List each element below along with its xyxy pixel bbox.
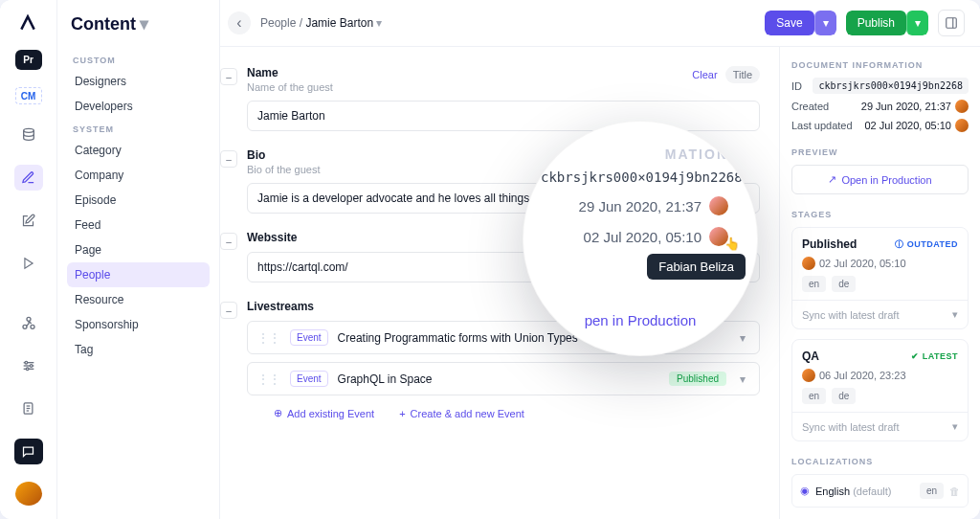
sidebar-item-company[interactable]: Company	[67, 163, 210, 188]
section-heading: LOCALIZATIONS	[791, 457, 969, 466]
updated-value: 02 Jul 2020, 05:10	[864, 119, 969, 132]
stage-date: 02 Jul 2020, 05:10	[819, 258, 906, 269]
field-label: Name	[247, 66, 333, 79]
type-badge: Title	[725, 66, 760, 83]
sidebar-item-developers[interactable]: Developers	[67, 94, 210, 119]
edit-icon[interactable]	[14, 165, 43, 191]
locale-default: (default)	[853, 485, 891, 497]
cursor-pointer-icon: 👆	[724, 237, 740, 251]
tooltip: Fabian Beliza	[647, 254, 746, 280]
section-heading: DOCUMENT INFORMATION	[791, 60, 969, 70]
save-button[interactable]: Save	[765, 11, 813, 35]
rail-item-pr[interactable]: Pr	[15, 50, 42, 70]
sidebar-item-sponsorship[interactable]: Sponsorship	[67, 312, 210, 337]
publish-button-group: Publish ▾	[846, 11, 928, 35]
name-input[interactable]	[247, 101, 760, 131]
layout-toggle-icon[interactable]	[938, 10, 965, 36]
collapse-toggle[interactable]: –	[220, 233, 237, 250]
svg-rect-15	[947, 18, 957, 29]
sidebar-item-category[interactable]: Category	[67, 138, 210, 163]
created-label: Created	[791, 101, 829, 112]
publish-button[interactable]: Publish	[846, 11, 906, 35]
external-link-icon: ↗	[828, 173, 836, 186]
drag-handle-icon[interactable]: ⋮⋮	[257, 331, 280, 345]
sidebar-item-page[interactable]: Page	[67, 237, 210, 262]
app-window: Pr CM Content▾ CUSTOM Designers Develope…	[0, 0, 980, 519]
mag-heading: MATION	[541, 147, 740, 162]
meta-sidebar: DOCUMENT INFORMATION IDckbrsjkrs000×0194…	[779, 47, 980, 519]
sidebar-item-feed[interactable]: Feed	[67, 213, 210, 237]
sidebar: Content▾ CUSTOM Designers Developers SYS…	[57, 0, 220, 519]
database-icon[interactable]	[14, 122, 43, 147]
user-avatar-icon	[802, 257, 815, 270]
status-badge: ⓘOUTDATED	[895, 238, 958, 251]
eye-icon[interactable]: ◉	[800, 485, 810, 497]
sync-button[interactable]: Sync with latest draft▾	[792, 412, 968, 440]
field-sub: Name of the guest	[247, 81, 333, 93]
sidebar-item-people[interactable]: People	[67, 262, 210, 287]
mag-id: ckbrsjkrs000×0194j9bn2268	[541, 169, 740, 185]
back-button[interactable]: ‹	[228, 11, 251, 34]
field-name: – Name Name of the guest Clear Title	[220, 66, 760, 131]
sync-button[interactable]: Sync with latest draft▾	[792, 300, 968, 328]
publish-dropdown[interactable]: ▾	[906, 11, 928, 35]
drag-handle-icon[interactable]: ⋮⋮	[257, 372, 280, 386]
status-badge: Published	[669, 372, 726, 386]
breadcrumb-root[interactable]: People	[260, 16, 296, 30]
chat-icon[interactable]	[14, 439, 43, 464]
updated-label: Last updated	[791, 120, 853, 131]
topbar: ‹ People / Jamie Barton ▾ Save ▾ Publish…	[220, 0, 980, 47]
relation-tag: Event	[290, 329, 328, 346]
stage-card: Published ⓘOUTDATED 02 Jul 2020, 05:10 e…	[791, 227, 969, 329]
svg-point-0	[23, 128, 33, 132]
svg-point-4	[27, 317, 31, 321]
breadcrumb: People / Jamie Barton ▾	[260, 16, 382, 30]
item-menu-icon[interactable]: ▾	[736, 331, 749, 345]
magnifier-overlay: MATION ckbrsjkrs000×0194j9bn2268 29 Jun …	[523, 121, 758, 356]
rail-item-cm[interactable]: CM	[15, 87, 42, 104]
created-value: 29 Jun 2020, 21:37	[861, 100, 969, 113]
add-existing-button[interactable]: ⊕Add existing Event	[274, 407, 374, 419]
svg-point-8	[25, 362, 28, 365]
locale-chip: en	[920, 483, 944, 499]
plus-icon: +	[399, 408, 405, 419]
chevron-down-icon[interactable]: ▾	[376, 16, 382, 30]
collapse-toggle[interactable]: –	[220, 302, 237, 319]
breadcrumb-current: Jamie Barton	[305, 16, 373, 30]
item-menu-icon[interactable]: ▾	[736, 372, 749, 386]
sidebar-item-episode[interactable]: Episode	[67, 188, 210, 213]
plus-icon: ⊕	[274, 407, 282, 419]
play-icon[interactable]	[14, 251, 43, 277]
clear-button[interactable]: Clear	[692, 69, 717, 80]
user-avatar-icon	[955, 100, 969, 113]
save-dropdown[interactable]: ▾	[814, 11, 836, 35]
locale-chip: de	[832, 276, 856, 292]
chevron-down-icon: ▾	[140, 13, 148, 34]
docs-icon[interactable]	[14, 396, 43, 422]
assets-icon[interactable]	[14, 208, 43, 234]
sidebar-item-tag[interactable]: Tag	[67, 337, 210, 362]
user-avatar-icon	[955, 119, 969, 132]
sidebar-item-designers[interactable]: Designers	[67, 69, 210, 94]
status-badge: ✔LATEST	[911, 351, 958, 361]
sidebar-title[interactable]: Content▾	[67, 13, 210, 34]
locale-chip: de	[832, 388, 856, 404]
chevron-down-icon: ▾	[952, 420, 958, 433]
localization-row: ◉ English (default) en 🗑	[791, 474, 969, 508]
collapse-toggle[interactable]: –	[220, 68, 237, 85]
webhooks-icon[interactable]	[14, 310, 43, 336]
trash-icon[interactable]: 🗑	[949, 485, 960, 497]
section-heading: PREVIEW	[791, 147, 969, 157]
collapse-toggle[interactable]: –	[220, 150, 237, 168]
create-new-button[interactable]: +Create & add new Event	[399, 407, 524, 419]
open-in-production-button[interactable]: ↗Open in Production	[791, 165, 969, 194]
sidebar-group-system: SYSTEM	[67, 119, 210, 138]
sidebar-group-custom: CUSTOM	[67, 50, 210, 69]
sidebar-item-resource[interactable]: Resource	[67, 287, 210, 312]
user-avatar[interactable]	[15, 482, 42, 506]
svg-point-9	[30, 365, 33, 368]
settings-icon[interactable]	[14, 353, 43, 379]
list-item[interactable]: ⋮⋮ Event GraphQL in Space Published ▾	[247, 362, 760, 395]
mag-date1: 29 Jun 2020, 21:37	[579, 198, 702, 214]
check-icon: ✔	[911, 351, 920, 361]
